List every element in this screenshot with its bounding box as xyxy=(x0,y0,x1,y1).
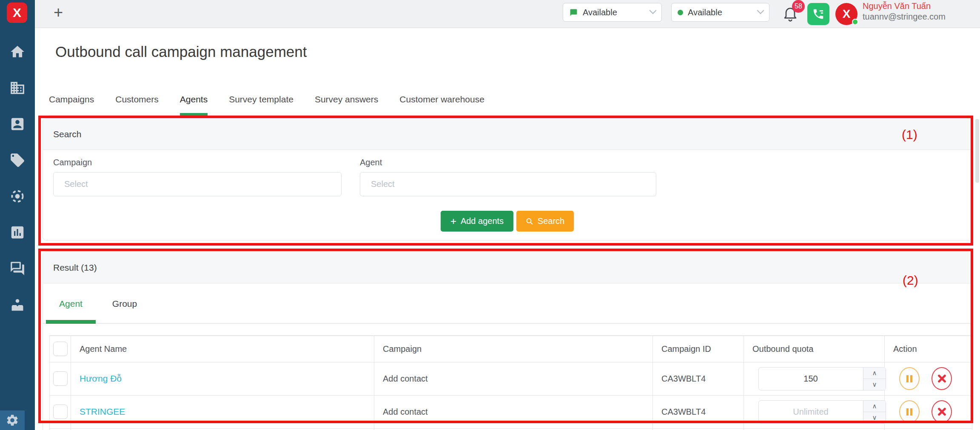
tab-customer-warehouse[interactable]: Customer warehouse xyxy=(399,94,484,115)
agent-select[interactable] xyxy=(360,172,656,196)
chat-status-icon xyxy=(569,8,578,17)
stepper-up-button[interactable]: ∧ xyxy=(863,401,886,412)
tab-customers[interactable]: Customers xyxy=(115,94,159,115)
scrollbar-thumb[interactable] xyxy=(975,119,979,183)
stepper-down-button[interactable]: ∨ xyxy=(863,379,886,390)
quota-number-input: ∧ ∨ xyxy=(758,400,886,424)
sidebar-item-settings[interactable] xyxy=(0,410,25,430)
search-panel: Search Campaign Agent + Add agents Searc… xyxy=(43,118,972,240)
tab-agent[interactable]: Agent xyxy=(46,299,96,309)
presence-dot-icon xyxy=(678,10,683,15)
pause-icon xyxy=(906,408,912,416)
campaign-cell: Add contact xyxy=(383,407,428,416)
remove-agent-button[interactable] xyxy=(932,367,952,390)
page-title: Outbound call campaign management xyxy=(55,43,307,60)
contact-card-icon xyxy=(9,116,26,132)
target-icon xyxy=(9,188,26,204)
agent-field-label: Agent xyxy=(360,158,382,167)
search-button[interactable]: Search xyxy=(516,211,574,232)
quota-stepper: ∧ ∨ xyxy=(863,368,886,390)
chat-status-dropdown[interactable]: Available xyxy=(563,3,662,22)
result-panel-header: Result (13) xyxy=(43,252,971,283)
result-panel-title: Result (13) xyxy=(53,263,97,273)
remove-icon xyxy=(937,374,946,383)
pause-agent-button[interactable] xyxy=(899,367,920,390)
topbar: + Available Available 58 X Nguyễn Văn Tu… xyxy=(35,0,980,28)
table-row: Hương Đỗ Add contact CA3WBLT4 ∧ ∨ xyxy=(50,362,972,395)
table-header-row: Agent Name Campaign Campaign ID Outbound… xyxy=(50,336,972,362)
online-dot-icon xyxy=(852,19,858,25)
chevron-down-icon xyxy=(650,7,657,14)
tab-agents[interactable]: Agents xyxy=(180,94,208,116)
call-button[interactable] xyxy=(807,3,829,25)
select-all-checkbox[interactable] xyxy=(53,342,68,356)
campaign-cell: Add contact xyxy=(383,374,428,383)
agent-name-link[interactable]: Hương Đỗ xyxy=(80,373,122,383)
header-campaign-id: Campaign ID xyxy=(653,336,744,362)
pause-agent-button[interactable] xyxy=(899,400,920,423)
search-label: Search xyxy=(538,216,564,226)
sidebar-item-training[interactable] xyxy=(0,295,35,314)
row-actions xyxy=(899,400,972,423)
row-checkbox[interactable] xyxy=(53,405,68,419)
new-tab-button[interactable]: + xyxy=(54,3,63,21)
agents-table: Agent Name Campaign Campaign ID Outbound… xyxy=(49,335,972,430)
remove-agent-button[interactable] xyxy=(932,400,952,423)
sidebar-item-campaigns[interactable] xyxy=(0,187,35,206)
campaign-field-label: Campaign xyxy=(53,158,92,167)
table-row: STRINGEE Add contact CA3WBLT4 ∧ ∨ xyxy=(50,395,972,428)
active-tab-indicator xyxy=(46,320,96,324)
tab-survey-answers[interactable]: Survey answers xyxy=(315,94,378,115)
sidebar-item-reports[interactable] xyxy=(0,223,35,242)
avatar-letter: X xyxy=(843,7,851,21)
bar-chart-icon xyxy=(9,224,26,240)
campaign-id-cell: CA3WBLT4 xyxy=(661,374,706,383)
result-panel: Result (13) Agent Group Agent Name Campa… xyxy=(43,252,972,430)
add-agents-label: Add agents xyxy=(461,216,504,226)
campaign-select[interactable] xyxy=(53,172,342,196)
chat-status-label: Available xyxy=(583,8,617,17)
agent-name-link[interactable]: STRINGEE xyxy=(80,407,125,416)
call-status-label: Available xyxy=(688,8,722,17)
sidebar-item-contacts[interactable] xyxy=(0,115,35,133)
sidebar-item-tags[interactable] xyxy=(0,151,35,170)
stepper-down-button[interactable]: ∨ xyxy=(863,412,886,423)
stepper-up-button[interactable]: ∧ xyxy=(863,368,886,379)
main-tab-bar: Campaigns Customers Agents Survey templa… xyxy=(49,94,973,116)
header-action: Action xyxy=(885,336,972,362)
person-book-icon xyxy=(9,297,26,313)
phone-icon xyxy=(812,8,825,20)
header-agent-name: Agent Name xyxy=(71,336,374,362)
search-icon xyxy=(526,218,533,225)
sidebar: X xyxy=(0,0,35,430)
plus-icon: + xyxy=(450,217,456,226)
quota-number-input: ∧ ∨ xyxy=(758,367,886,390)
user-avatar[interactable]: X xyxy=(835,3,858,25)
header-campaign: Campaign xyxy=(374,336,653,362)
row-checkbox[interactable] xyxy=(53,371,68,386)
quota-stepper: ∧ ∨ xyxy=(863,401,886,423)
table-row xyxy=(50,428,972,430)
tab-campaigns[interactable]: Campaigns xyxy=(49,94,94,115)
chevron-down-icon xyxy=(757,7,764,14)
tab-group[interactable]: Group xyxy=(103,299,147,309)
chat-icon xyxy=(9,260,26,277)
home-icon xyxy=(9,44,26,60)
user-email: tuannv@stringee.com xyxy=(863,12,946,22)
user-name[interactable]: Nguyễn Văn Tuấn xyxy=(863,1,931,11)
row-actions xyxy=(899,367,972,390)
call-status-dropdown[interactable]: Available xyxy=(671,3,769,22)
stringee-logo[interactable]: X xyxy=(7,3,27,23)
search-panel-title: Search xyxy=(53,129,82,139)
building-icon xyxy=(9,80,26,96)
sidebar-item-home[interactable] xyxy=(0,42,35,61)
tag-icon xyxy=(9,152,26,168)
tab-survey-template[interactable]: Survey template xyxy=(229,94,293,115)
remove-icon xyxy=(937,407,946,416)
sidebar-item-chat[interactable] xyxy=(0,259,35,278)
add-agents-button[interactable]: + Add agents xyxy=(441,211,513,232)
header-outbound-quota: Outbound quota xyxy=(744,336,885,362)
result-tab-bar: Agent Group xyxy=(43,284,971,324)
gear-icon xyxy=(6,413,19,427)
sidebar-item-company[interactable] xyxy=(0,79,35,97)
